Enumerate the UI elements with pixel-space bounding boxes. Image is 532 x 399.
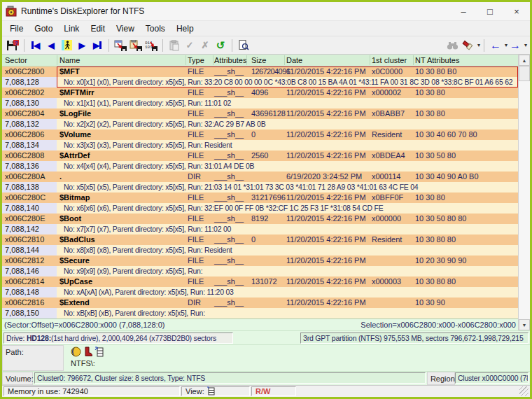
table-row[interactable]: x006C2806$VolumeFILE___sh__011/20/2015 4…	[2, 130, 518, 150]
minimize-button[interactable]: –	[450, 2, 477, 20]
close-button[interactable]: ×	[503, 2, 530, 20]
cell-first-cluster: Resident	[372, 235, 402, 244]
view-label: View:	[186, 387, 204, 396]
cell-nt-attributes: 10 30 80 B0	[415, 67, 456, 76]
menu-item-view[interactable]: View	[111, 22, 140, 35]
go-first-button[interactable]: ◀	[28, 38, 43, 53]
go-forward-button[interactable]: ▶	[74, 38, 90, 53]
table-row[interactable]: x006C2816$ExtendDIR___sh__11/20/2015 4:2…	[2, 298, 518, 318]
table-row[interactable]: x006C280E$BootFILE___sh__819211/20/2015 …	[2, 214, 518, 234]
column-header-sector[interactable]: Sector	[5, 56, 27, 64]
column-header-date[interactable]: Date	[286, 56, 302, 64]
scroll-up-button[interactable]: ▲	[519, 55, 530, 66]
scrollbar-track[interactable]	[519, 66, 530, 319]
column-header-type[interactable]: Type	[188, 56, 204, 64]
cell-size: 31217696	[251, 193, 286, 202]
go-last-button[interactable]: ▶	[90, 38, 105, 53]
directory-tree-icon[interactable]	[94, 346, 104, 358]
table-row[interactable]: x006C2802$MFTMirrFILE___sh__409611/20/20…	[2, 88, 518, 108]
cell-type: FILE	[188, 235, 204, 244]
flashlight-dropdown[interactable]: ▾	[477, 42, 480, 48]
menu-item-help[interactable]: Help	[171, 22, 200, 35]
column-header-nt-attributes[interactable]: NT Attributes	[415, 56, 459, 64]
table-row[interactable]: x006C2812$SecureFILE___sh__11/20/2015 4:…	[2, 255, 518, 276]
header-separator	[186, 55, 186, 65]
apply-edits-button[interactable]: ✓	[182, 38, 197, 53]
clipboard-to-disk-icon	[130, 40, 142, 51]
boot-icon[interactable]	[83, 346, 92, 358]
view-mode-icon[interactable]	[206, 386, 215, 397]
jump-forward-dropdown[interactable]: ▾	[524, 42, 527, 48]
search-button[interactable]	[445, 38, 461, 53]
cell-attributes: ___sh__	[214, 109, 244, 118]
cell-sector-dec: 7,088,144	[5, 246, 39, 255]
scroll-down-button[interactable]: ▼	[519, 319, 530, 330]
path-label: Path:	[2, 345, 64, 371]
save-window-to-disk-icon	[114, 40, 127, 51]
cell-attributes: ___sh__	[214, 172, 244, 181]
save-view-to-file-button[interactable]	[113, 38, 128, 53]
cell-size: 2560	[251, 151, 268, 160]
table-row[interactable]: x006C2804$LogFileFILE___sh__4369612811/2…	[2, 108, 518, 130]
scroll-up-icon: ▲	[522, 58, 527, 63]
table-row[interactable]: x006C280C$BitmapFILE___sh__3121769611/20…	[2, 192, 518, 214]
cell-date: 11/20/2015 4:22:16 PM	[286, 151, 366, 160]
table-row[interactable]: x006C2814$UpCaseFILE___sh__13107211/20/2…	[2, 276, 518, 298]
file-table-body: x006C2800$MFTFILE___sh__126720409611/20/…	[2, 66, 518, 318]
go-back-button[interactable]: ◀	[43, 38, 59, 53]
header-separator	[246, 55, 247, 65]
cell-date: 11/20/2015 4:22:16 PM	[286, 193, 366, 202]
cell-sector-dec: 7,088,136	[5, 162, 39, 171]
goto-sector-button[interactable]	[59, 38, 74, 53]
column-header-attributes[interactable]: Attributes	[214, 56, 246, 64]
menu-item-tools[interactable]: Tools	[140, 22, 171, 35]
table-row[interactable]: x006C2810$BadClusFILE___sh__011/20/2015 …	[2, 234, 518, 255]
menu-item-file[interactable]: File	[4, 22, 29, 35]
column-header-1st-cluster[interactable]: 1st cluster	[372, 56, 407, 64]
discard-edits-button[interactable]: ✗	[197, 38, 213, 53]
flashlight-button[interactable]	[461, 38, 476, 53]
window-title: Runtime's DiskExplorer for NTFS	[21, 6, 450, 16]
column-header-size[interactable]: Size	[251, 56, 266, 64]
cell-sector-dec: 7,088,148	[5, 288, 39, 297]
paste-button[interactable]	[167, 38, 182, 53]
go-forward-icon: ▶	[78, 41, 85, 50]
toolbar-separator	[24, 39, 24, 52]
cell-date: 11/20/2015 4:22:16 PM	[286, 298, 366, 307]
cell-sector-dec: 7,088,140	[5, 204, 39, 213]
cell-date: 11/20/2015 4:22:16 PM	[286, 67, 366, 76]
save-binary-button[interactable]: 011 101	[144, 38, 159, 53]
drive-details: (1st hard drive), 2,000,409,264 (x773BD2…	[51, 334, 216, 342]
cell-date: 6/19/2020 3:24:52 PM	[286, 172, 362, 181]
select-drive-button[interactable]: ?	[5, 38, 20, 53]
read-write-mode-cell[interactable]: R/W	[251, 386, 296, 396]
table-row[interactable]: x006C2808$AttrDefFILE___sh__256011/20/20…	[2, 150, 518, 172]
table-scrollbar[interactable]: ▲ ▼	[518, 55, 530, 330]
cell-nt-attributes: 10 30 80	[415, 193, 445, 202]
header-separator	[57, 55, 57, 65]
jump-forward-button[interactable]: →	[507, 38, 523, 53]
menu-item-goto[interactable]: Goto	[29, 22, 58, 35]
maximize-button[interactable]: □	[477, 2, 503, 20]
menu-item-edit[interactable]: Edit	[85, 22, 111, 35]
volume-root-icon[interactable]	[71, 346, 81, 358]
menu-item-link[interactable]: Link	[58, 22, 85, 35]
scrollbar-thumb[interactable]	[519, 66, 530, 81]
cell-date: 11/20/2015 4:22:16 PM	[286, 130, 366, 139]
table-row[interactable]: x006C280A.DIR___sh__6/19/2020 3:24:52 PM…	[2, 172, 518, 192]
cell-type: FILE	[188, 88, 204, 97]
jump-back-button[interactable]: ←	[488, 38, 503, 53]
resize-grip[interactable]	[519, 386, 528, 396]
print-preview-button[interactable]	[236, 38, 251, 53]
sector-offset-text: (Sector:Offset)=x006C2800:x000 (7,088,12…	[4, 321, 164, 329]
copy-to-clipboard-button[interactable]	[128, 38, 144, 53]
sector-offset-strip: (Sector:Offset)=x006C2800:x000 (7,088,12…	[2, 318, 518, 330]
cell-sector-dec: 7,088,138	[5, 183, 39, 192]
floppy-question-icon: ?	[7, 40, 19, 51]
refresh-button[interactable]: ↺	[213, 38, 228, 53]
flashlight-icon	[462, 40, 475, 51]
view-mode-cell[interactable]: View:	[181, 386, 250, 396]
column-header-name[interactable]: Name	[59, 56, 80, 64]
volume-bar: Volume: Cluster0: 796672, Cluster size: …	[2, 371, 530, 385]
table-row[interactable]: x006C2800$MFTFILE___sh__126720409611/20/…	[2, 66, 518, 88]
